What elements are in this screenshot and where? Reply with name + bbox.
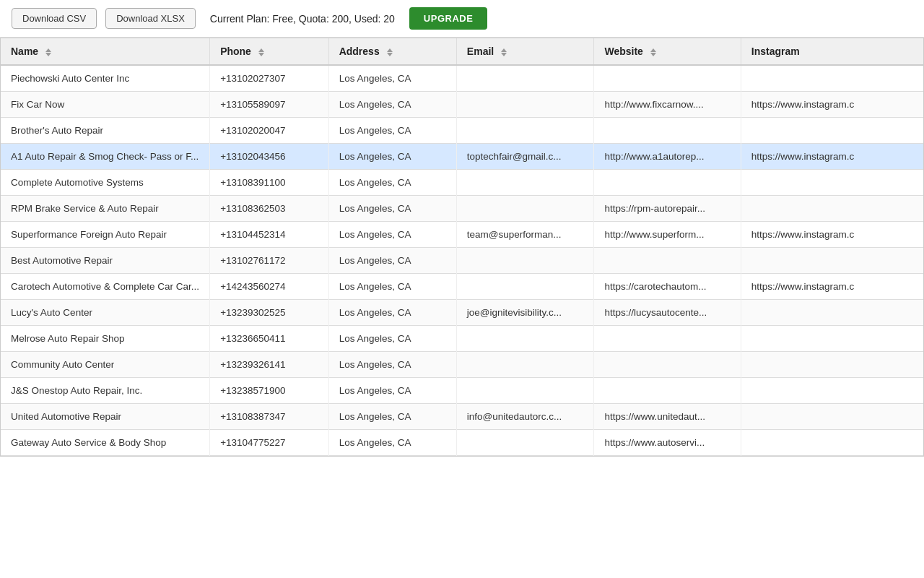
table-header: Name Phone Address: [1, 38, 923, 65]
cell-name: Brother's Auto Repair: [1, 118, 210, 144]
cell-email: info@unitedautorc.c...: [456, 404, 594, 430]
cell-phone: +13108391100: [210, 170, 329, 196]
download-csv-button[interactable]: Download CSV: [12, 8, 97, 29]
sort-arrows-email: [501, 48, 507, 56]
cell-email: toptechfair@gmail.c...: [456, 144, 594, 170]
table-row[interactable]: J&S Onestop Auto Repair, Inc.+1323857190…: [1, 378, 923, 404]
sort-arrows-phone: [258, 48, 264, 56]
table-row[interactable]: Carotech Automotive & Complete Car Car..…: [1, 274, 923, 300]
cell-website: [594, 118, 741, 144]
cell-address: Los Angeles, CA: [328, 92, 456, 118]
cell-name: United Automotive Repair: [1, 404, 210, 430]
cell-name: Best Automotive Repair: [1, 248, 210, 274]
upgrade-button[interactable]: UPGRADE: [409, 7, 488, 30]
cell-email: [456, 92, 594, 118]
cell-email: [456, 170, 594, 196]
col-header-email[interactable]: Email: [456, 38, 594, 65]
cell-email: team@superforman...: [456, 222, 594, 248]
cell-name: A1 Auto Repair & Smog Check- Pass or F..…: [1, 144, 210, 170]
data-table: Name Phone Address: [1, 38, 923, 456]
cell-phone: +13108362503: [210, 196, 329, 222]
table-row[interactable]: Best Automotive Repair+13102761172Los An…: [1, 248, 923, 274]
table-row[interactable]: Melrose Auto Repair Shop+13236650411Los …: [1, 326, 923, 352]
sort-arrows-website: [650, 48, 656, 56]
cell-email: [456, 248, 594, 274]
cell-name: Gateway Auto Service & Body Shop: [1, 430, 210, 456]
sort-arrow-down-website: [650, 53, 656, 56]
cell-email: [456, 352, 594, 378]
cell-website: http://www.a1autorep...: [594, 144, 741, 170]
cell-website: https://www.autoservi...: [594, 430, 741, 456]
cell-phone: +13105589097: [210, 92, 329, 118]
cell-email: [456, 65, 594, 92]
cell-website: [594, 378, 741, 404]
cell-instagram: [741, 65, 923, 92]
cell-instagram: https://www.instagram.c: [741, 222, 923, 248]
cell-phone: +13102027307: [210, 65, 329, 92]
download-xlsx-button[interactable]: Download XLSX: [105, 8, 196, 29]
cell-instagram: [741, 404, 923, 430]
cell-website: https://rpm-autorepair...: [594, 196, 741, 222]
cell-email: [456, 274, 594, 300]
col-header-name[interactable]: Name: [1, 38, 210, 65]
cell-instagram: [741, 170, 923, 196]
table-row[interactable]: Lucy's Auto Center+13239302525Los Angele…: [1, 300, 923, 326]
cell-instagram: [741, 248, 923, 274]
cell-instagram: https://www.instagram.c: [741, 92, 923, 118]
cell-email: [456, 196, 594, 222]
cell-website: [594, 326, 741, 352]
cell-phone: +13104452314: [210, 222, 329, 248]
cell-website: https://lucysautocente...: [594, 300, 741, 326]
table-row[interactable]: United Automotive Repair+13108387347Los …: [1, 404, 923, 430]
table-row[interactable]: Fix Car Now+13105589097Los Angeles, CAht…: [1, 92, 923, 118]
cell-address: Los Angeles, CA: [328, 196, 456, 222]
cell-phone: +13102043456: [210, 144, 329, 170]
cell-website: [594, 65, 741, 92]
cell-address: Los Angeles, CA: [328, 144, 456, 170]
cell-website: [594, 170, 741, 196]
cell-website: https://carotechautom...: [594, 274, 741, 300]
cell-name: Lucy's Auto Center: [1, 300, 210, 326]
cell-email: [456, 118, 594, 144]
col-header-website[interactable]: Website: [594, 38, 741, 65]
cell-name: Superformance Foreign Auto Repair: [1, 222, 210, 248]
cell-instagram: [741, 352, 923, 378]
cell-address: Los Angeles, CA: [328, 222, 456, 248]
sort-arrow-up-website: [650, 48, 656, 52]
col-header-instagram[interactable]: Instagram: [741, 38, 923, 65]
table-row[interactable]: RPM Brake Service & Auto Repair+13108362…: [1, 196, 923, 222]
col-header-address[interactable]: Address: [328, 38, 456, 65]
table-row[interactable]: Piechowski Auto Center Inc+13102027307Lo…: [1, 65, 923, 92]
cell-name: Piechowski Auto Center Inc: [1, 65, 210, 92]
sort-arrow-up-address: [387, 48, 393, 52]
table-row[interactable]: Community Auto Center+13239326141Los Ang…: [1, 352, 923, 378]
cell-phone: +13236650411: [210, 326, 329, 352]
table-body: Piechowski Auto Center Inc+13102027307Lo…: [1, 65, 923, 456]
table-row[interactable]: Superformance Foreign Auto Repair+131044…: [1, 222, 923, 248]
cell-email: [456, 378, 594, 404]
cell-address: Los Angeles, CA: [328, 378, 456, 404]
sort-arrows-address: [387, 48, 393, 56]
cell-address: Los Angeles, CA: [328, 170, 456, 196]
cell-instagram: https://www.instagram.c: [741, 274, 923, 300]
cell-address: Los Angeles, CA: [328, 118, 456, 144]
cell-email: [456, 326, 594, 352]
sort-arrow-down-address: [387, 53, 393, 56]
cell-phone: +13239326141: [210, 352, 329, 378]
cell-name: RPM Brake Service & Auto Repair: [1, 196, 210, 222]
col-header-phone[interactable]: Phone: [210, 38, 329, 65]
table-row[interactable]: Complete Automotive Systems+13108391100L…: [1, 170, 923, 196]
table-row[interactable]: A1 Auto Repair & Smog Check- Pass or F..…: [1, 144, 923, 170]
cell-instagram: [741, 430, 923, 456]
cell-phone: +13102761172: [210, 248, 329, 274]
table-row[interactable]: Gateway Auto Service & Body Shop+1310477…: [1, 430, 923, 456]
sort-arrow-down-phone: [258, 53, 264, 56]
cell-phone: +13238571900: [210, 378, 329, 404]
sort-arrow-down-name: [45, 53, 51, 56]
table-row[interactable]: Brother's Auto Repair+13102020047Los Ang…: [1, 118, 923, 144]
cell-instagram: [741, 196, 923, 222]
cell-address: Los Angeles, CA: [328, 274, 456, 300]
cell-address: Los Angeles, CA: [328, 65, 456, 92]
cell-instagram: [741, 326, 923, 352]
cell-instagram: [741, 300, 923, 326]
